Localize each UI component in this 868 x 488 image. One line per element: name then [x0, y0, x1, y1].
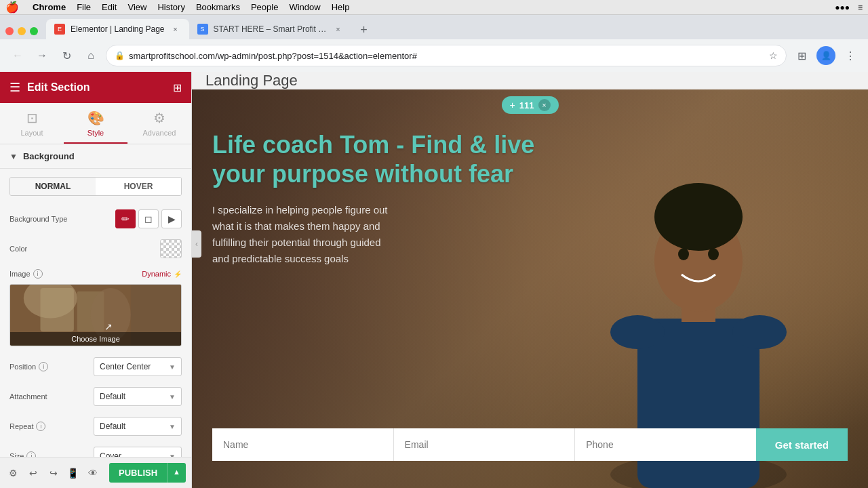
position-dropdown[interactable]: Center Center ▼: [94, 357, 182, 376]
menubar-file[interactable]: File: [77, 2, 91, 12]
settings-icon-btn[interactable]: ⚙: [5, 464, 21, 483]
hero-email-input[interactable]: [393, 428, 575, 461]
menubar-help[interactable]: Help: [332, 2, 350, 12]
position-label: Position i: [9, 362, 88, 371]
dynamic-toggle-icon[interactable]: ⚡: [174, 270, 182, 278]
tab-style-label: Style: [87, 129, 104, 137]
state-toggle-group: NORMAL HOVER: [9, 177, 182, 196]
bg-type-video-button[interactable]: ▶: [161, 209, 182, 228]
panel-menu-icon[interactable]: ☰: [9, 80, 20, 95]
redo-icon-btn[interactable]: ↪: [45, 464, 61, 483]
panel-nav: ⊡ Layout 🎨 Style ⚙ Advanced: [0, 103, 191, 144]
tab-advanced-label: Advanced: [143, 129, 176, 137]
hero-subtitle: I specialize in helping people figure ou…: [212, 202, 583, 267]
hero-name-input[interactable]: [212, 428, 393, 461]
address-bar: ← → ↻ ⌂ 🔒 smartprofitschool.com/wp-admin…: [0, 39, 868, 72]
more-options-button[interactable]: ⋮: [841, 46, 860, 65]
panel-collapse-handle[interactable]: ‹: [192, 230, 201, 258]
forward-button[interactable]: →: [33, 46, 52, 65]
address-input[interactable]: 🔒 smartprofitschool.com/wp-admin/post.ph…: [106, 45, 787, 66]
choose-image-overlay: Choose Image: [10, 332, 181, 346]
svg-rect-2: [40, 288, 73, 331]
color-swatch[interactable]: [160, 239, 182, 258]
hero-content: Life coach Tom - Find & live your purpos…: [212, 130, 583, 267]
page-title: Landing Page: [205, 72, 298, 89]
profile-avatar[interactable]: 👤: [816, 46, 835, 65]
panel-header: ☰ Edit Section ⊞: [0, 72, 191, 103]
hero-phone-input[interactable]: [574, 428, 756, 461]
hover-state-button[interactable]: HOVER: [96, 178, 181, 195]
color-row: Color: [0, 234, 191, 264]
preview-icon-btn[interactable]: 👁: [85, 464, 101, 483]
tab-style[interactable]: 🎨 Style: [64, 103, 127, 144]
menubar-people[interactable]: People: [251, 2, 278, 12]
responsive-icon-btn[interactable]: 📱: [65, 464, 81, 483]
size-info-icon[interactable]: i: [26, 451, 36, 457]
publish-button[interactable]: PUBLISH: [109, 463, 167, 483]
normal-state-button[interactable]: NORMAL: [10, 178, 96, 195]
menubar-chrome[interactable]: Chrome: [33, 2, 66, 12]
size-dropdown[interactable]: Cover ▼: [94, 447, 182, 457]
home-button[interactable]: ⌂: [81, 46, 100, 65]
extensions-button[interactable]: ⊞: [792, 46, 811, 65]
apple-menu[interactable]: 🍎: [5, 1, 19, 14]
panel-title: Edit Section: [27, 81, 166, 94]
tab-close-elementor[interactable]: ×: [170, 24, 181, 35]
attachment-dropdown[interactable]: Default ▼: [94, 387, 182, 406]
repeat-value: Default: [100, 422, 125, 431]
svg-point-12: [708, 248, 719, 260]
attachment-value: Default: [100, 392, 125, 401]
tab-advanced[interactable]: ⚙ Advanced: [127, 103, 191, 144]
color-label: Color: [9, 245, 155, 253]
menubar-time: ●●●: [835, 3, 850, 12]
undo-icon-btn[interactable]: ↩: [25, 464, 41, 483]
tab-bar: E Elementor | Landing Page × S START HER…: [0, 15, 868, 39]
window-maximize[interactable]: [30, 27, 38, 35]
position-info-icon[interactable]: i: [39, 362, 48, 371]
tab-favicon-elementor: E: [54, 24, 65, 35]
elementor-panel: ☰ Edit Section ⊞ ⊡ Layout 🎨 Style ⚙ Adva…: [0, 72, 192, 488]
menubar-edit[interactable]: Edit: [102, 2, 117, 12]
hero-section[interactable]: + 111 × Life coach Tom - Find & live you…: [192, 89, 868, 488]
dynamic-label: Dynamic: [142, 270, 171, 278]
background-type-label: Background Type: [9, 215, 110, 223]
bg-type-solid-button[interactable]: ✏: [115, 209, 136, 228]
section-indicator-number: 111: [519, 100, 534, 110]
menubar-view[interactable]: View: [127, 2, 146, 12]
lock-icon: 🔒: [115, 51, 125, 60]
menubar-window[interactable]: Window: [289, 2, 320, 12]
window-minimize[interactable]: [18, 27, 26, 35]
new-tab-button[interactable]: +: [355, 20, 374, 39]
tab-elementor[interactable]: E Elementor | Landing Page ×: [46, 19, 189, 39]
bookmark-star-icon[interactable]: ☆: [769, 50, 778, 61]
hero-get-started-button[interactable]: Get started: [756, 428, 848, 461]
attachment-row: Attachment Default ▼: [0, 382, 191, 411]
publish-arrow-button[interactable]: ▲: [167, 463, 186, 483]
section-collapse-icon: ▼: [9, 152, 18, 161]
page-preview: Landing Page: [192, 72, 868, 488]
section-indicator-plus-icon[interactable]: +: [510, 100, 515, 110]
svg-point-11: [678, 248, 689, 260]
refresh-button[interactable]: ↻: [57, 46, 76, 65]
repeat-info-icon[interactable]: i: [36, 422, 45, 431]
repeat-dropdown[interactable]: Default ▼: [94, 417, 182, 436]
tab-close-starthere[interactable]: ×: [333, 24, 344, 35]
back-button[interactable]: ←: [8, 46, 27, 65]
tab-favicon-starthere: S: [197, 24, 208, 35]
menubar-right: ●●● ≡: [835, 3, 863, 12]
image-info-icon[interactable]: i: [33, 269, 43, 279]
repeat-label: Repeat i: [9, 422, 88, 431]
image-thumbnail[interactable]: Choose Image ↗: [9, 284, 182, 346]
tab-layout[interactable]: ⊡ Layout: [0, 103, 64, 144]
bg-type-gradient-button[interactable]: ◻: [138, 209, 159, 228]
window-close[interactable]: [5, 27, 14, 35]
background-section-header[interactable]: ▼ Background: [0, 144, 191, 169]
menubar-history[interactable]: History: [157, 2, 184, 12]
menubar-bookmarks[interactable]: Bookmarks: [196, 2, 240, 12]
background-section-title: Background: [23, 151, 182, 161]
chrome-window: E Elementor | Landing Page × S START HER…: [0, 15, 868, 488]
panel-grid-icon[interactable]: ⊞: [173, 81, 182, 94]
hero-form: Get started: [212, 428, 848, 461]
tab-starthere[interactable]: S START HERE – Smart Profit Sch... ×: [189, 19, 352, 39]
section-indicator-close-button[interactable]: ×: [538, 99, 550, 111]
